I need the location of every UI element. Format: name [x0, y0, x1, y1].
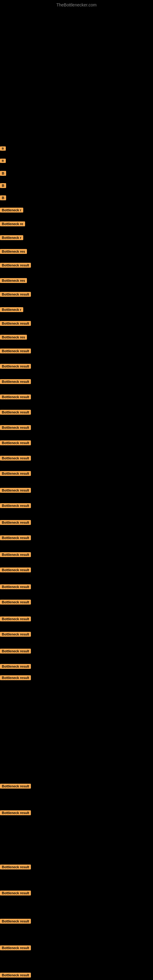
bottleneck-label-partial: Bottleneck result: [0, 520, 31, 525]
bottleneck-label-partial: Bottleneck res: [0, 249, 27, 254]
bottleneck-label-partial: Bottleneck r: [0, 208, 23, 213]
bottleneck-label-partial: Bottleneck res: [0, 278, 27, 283]
bottleneck-label-partial: Bottleneck result: [0, 488, 31, 493]
bottleneck-label-small: B: [0, 159, 6, 163]
bottleneck-label-partial: Bottleneck result: [0, 649, 31, 654]
bottleneck-label-partial: Bottleneck result: [0, 600, 31, 605]
bottleneck-label-full: Bottleneck result: [0, 865, 31, 869]
bottleneck-label-partial: Bottleneck re: [0, 221, 25, 226]
bottleneck-label-partial: Bottleneck result: [0, 552, 31, 557]
bottleneck-label-partial: B: [0, 171, 6, 176]
bottleneck-label-small: B: [0, 146, 6, 151]
bottleneck-label-partial: Bottleneck result: [0, 292, 31, 297]
bottleneck-label-partial: Bottleneck result: [0, 503, 31, 508]
bottleneck-label-partial: Bottleneck result: [0, 441, 31, 445]
bottleneck-label-partial: Bottleneck result: [0, 616, 31, 621]
bottleneck-label-partial: Bottleneck result: [0, 584, 31, 589]
bottleneck-label-partial: Bottleneck result: [0, 664, 31, 669]
bottleneck-label-full: Bottleneck result: [0, 891, 31, 896]
bottleneck-label-full: Bottleneck result: [0, 675, 31, 680]
bottleneck-label-full: Bottleneck result: [0, 945, 31, 950]
bottleneck-label-partial: Bottleneck result: [0, 348, 31, 353]
bottleneck-label-full: Bottleneck result: [0, 973, 31, 978]
bottleneck-label-full: Bottleneck result: [0, 919, 31, 924]
bottleneck-label-full: Bottleneck result: [0, 810, 31, 815]
bottleneck-label-partial: Bottleneck result: [0, 410, 31, 415]
bottleneck-label-partial: Bottleneck result: [0, 379, 31, 384]
bottleneck-label-partial: Bottleneck result: [0, 425, 31, 430]
bottleneck-label-full: Bottleneck result: [0, 784, 31, 789]
bottleneck-label-partial: Bottleneck result: [0, 263, 31, 268]
bottleneck-label-partial: Bottleneck result: [0, 321, 31, 326]
bottleneck-label-partial: Bottleneck result: [0, 364, 31, 369]
bottleneck-label-partial: B: [0, 196, 6, 200]
bottleneck-label-partial: Bottleneck r: [0, 307, 23, 312]
bottleneck-label-partial: Bottleneck r: [0, 235, 23, 240]
bottleneck-label-partial: Bottleneck result: [0, 568, 31, 573]
bottleneck-label-partial: Bottleneck result: [0, 456, 31, 461]
bottleneck-label-partial: Bottleneck result: [0, 535, 31, 540]
bottleneck-label-partial: Bottleneck res: [0, 335, 27, 340]
bottleneck-label-partial: Bottleneck result: [0, 395, 31, 399]
site-title: TheBottlenecker.com: [0, 0, 153, 9]
bottleneck-label-partial: Bottleneck result: [0, 632, 31, 637]
bottleneck-label-partial: B: [0, 183, 6, 188]
bottleneck-label-partial: Bottleneck result: [0, 471, 31, 476]
